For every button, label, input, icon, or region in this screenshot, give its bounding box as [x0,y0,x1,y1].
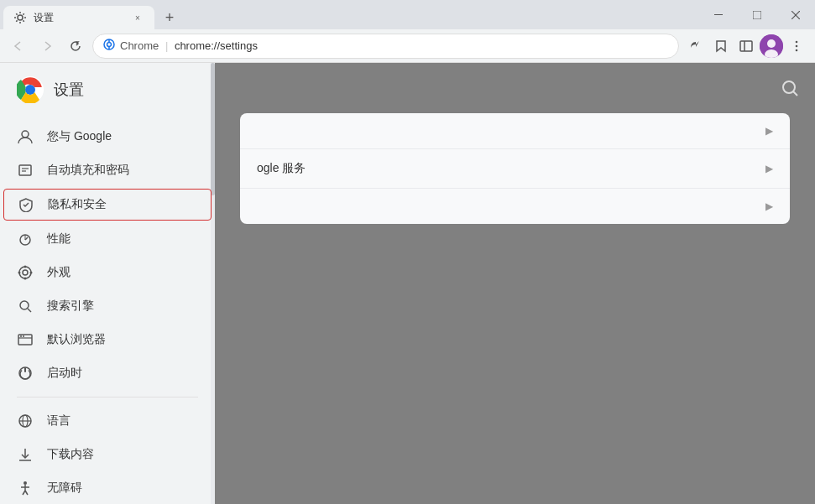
bookmark-button[interactable] [709,34,733,58]
svg-point-34 [20,301,29,309]
svg-line-35 [28,309,31,312]
sidebar-label-accessibility: 无障碍 [47,481,82,496]
active-tab[interactable]: 设置 × [3,6,154,29]
sidebar-label-autofill: 自动填充和密码 [47,163,129,178]
svg-point-28 [19,267,31,278]
close-button[interactable] [776,0,815,29]
menu-button[interactable] [785,34,808,58]
forward-button[interactable] [35,34,59,58]
settings-cards: ▶ ogle 服务 ▶ ▶ [240,113,790,226]
sidebar-label-downloads: 下载内容 [47,447,94,462]
back-button[interactable] [7,34,30,58]
accessibility-icon [17,480,34,496]
sidebar-label-default-browser: 默认浏览器 [47,332,106,347]
share-button[interactable] [684,34,708,58]
sidebar-label-performance: 性能 [47,231,71,247]
autofill-icon [17,162,34,179]
close-icon [791,11,800,19]
sidebar-item-startup[interactable]: 启动时 [0,356,215,390]
svg-point-13 [767,39,776,48]
svg-point-33 [30,272,33,274]
chrome-icon [103,39,115,50]
search-nav-icon [17,298,34,314]
card-item-1[interactable]: ▶ [240,113,790,149]
sidebar-label-language: 语言 [47,413,71,429]
startup-icon [17,365,34,382]
shield-icon [18,196,34,213]
toolbar-buttons [684,34,808,58]
sidebar-item-autofill[interactable]: 自动填充和密码 [0,153,215,187]
url-path: chrome://settings [175,39,258,52]
svg-rect-22 [19,165,31,175]
svg-rect-2 [753,11,761,19]
svg-point-38 [20,335,22,337]
minimize-button[interactable] [699,0,738,29]
main-content: ▶ ogle 服务 ▶ ▶ [215,63,815,504]
tab-strip: 设置 × + [0,0,352,29]
svg-point-17 [796,49,798,51]
svg-point-31 [24,278,27,280]
sidebar-item-you-google[interactable]: 您与 Google [0,120,215,153]
sidebar-item-search[interactable]: 搜索引擎 [0,289,215,323]
browser-icon [17,331,34,348]
card-item-3[interactable]: ▶ [240,189,790,224]
profile-icon [760,34,783,58]
refresh-button[interactable] [64,34,87,58]
new-tab-button[interactable]: + [158,6,181,29]
chrome-logo [17,76,44,103]
browser-content: 设置 您与 Google [0,63,815,504]
url-brand: Chrome [120,39,159,52]
person-icon [17,128,34,145]
lock-icon [103,39,115,53]
maximize-icon [753,11,761,19]
minimize-icon [714,14,723,15]
sidebar-label-search: 搜索引擎 [47,299,94,314]
svg-rect-10 [740,41,752,51]
addressbar: Chrome | chrome://settings [0,29,815,63]
sidebar-item-default-browser[interactable]: 默认浏览器 [0,323,215,356]
settings-header: 设置 [0,63,215,117]
sidebar-icon [739,39,753,53]
window-controls [699,0,815,29]
download-icon [17,446,34,463]
omnibox[interactable]: Chrome | chrome://settings [92,34,679,59]
svg-point-0 [18,15,23,20]
sidebar: 设置 您与 Google [0,63,215,504]
card-arrow-1: ▶ [765,125,773,137]
sidebar-toggle-button[interactable] [734,34,758,58]
svg-rect-1 [714,14,723,15]
back-icon [13,40,24,52]
svg-point-20 [26,86,34,94]
search-settings-button[interactable] [778,76,802,100]
svg-point-47 [24,481,27,485]
sidebar-item-performance[interactable]: 性能 [0,222,215,256]
maximize-button[interactable] [738,0,776,29]
performance-icon [17,231,34,247]
settings-favicon-icon [13,11,27,24]
card-arrow-2: ▶ [765,163,773,174]
tab-close-button[interactable]: × [131,11,144,24]
profile-button[interactable] [760,34,783,58]
sidebar-label-privacy: 隐私和安全 [48,197,107,212]
card-item-2[interactable]: ogle 服务 ▶ [240,149,790,189]
share-icon [689,39,703,53]
menu-icon [790,39,803,53]
refresh-icon [70,40,81,52]
sidebar-item-downloads[interactable]: 下载内容 [0,438,215,471]
svg-point-30 [24,266,27,268]
svg-marker-9 [717,41,725,51]
sidebar-nav: 您与 Google 自动填充和密码 [0,117,215,504]
sidebar-item-appearance[interactable]: 外观 [0,256,215,289]
svg-line-53 [793,91,797,96]
sidebar-item-language[interactable]: 语言 [0,404,215,438]
svg-point-6 [107,43,112,47]
sidebar-item-privacy[interactable]: 隐私和安全 [3,189,212,221]
svg-point-15 [796,40,798,43]
forward-icon [41,40,53,52]
nav-separator [17,397,198,397]
svg-point-29 [23,270,28,275]
omnibox-url: Chrome | chrome://settings [120,39,668,52]
appearance-icon [17,264,34,281]
sidebar-item-accessibility[interactable]: 无障碍 [0,471,215,504]
titlebar: 设置 × + [0,0,815,29]
